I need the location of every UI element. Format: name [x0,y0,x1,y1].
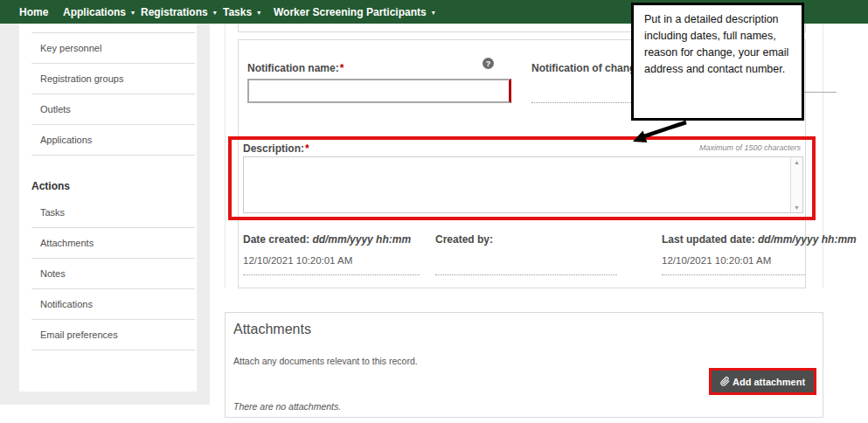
chevron-down-icon: ▾ [131,9,135,17]
sidebar-item-key-personnel[interactable]: Key personnel [31,33,195,64]
sidebar-divider [31,24,195,33]
nav-item-worker-screening[interactable]: Worker Screening [274,0,363,24]
attachments-instruction: Attach any documents relevant to this re… [233,356,418,366]
created-by-underline [435,274,617,275]
sidebar-item-notifications[interactable]: Notifications [31,289,195,320]
attachments-title: Attachments [233,322,311,337]
sidebar-item-registration-groups[interactable]: Registration groups [31,64,195,94]
chevron-down-icon: ▾ [213,9,217,17]
textarea-scrollbar[interactable]: ▲ ▼ [790,157,802,212]
nav-item-tasks[interactable]: Tasks▾ [223,0,260,24]
nav-item-home[interactable]: Home [19,0,48,24]
last-updated-value: 12/10/2021 10:20:01 AM [662,255,771,266]
sidebar-item-tasks[interactable]: Tasks [31,198,195,228]
paperclip-icon [720,377,730,386]
scroll-up-icon[interactable]: ▲ [791,159,802,165]
last-updated-underline [662,274,805,275]
scroll-down-icon[interactable]: ▼ [791,205,802,211]
nav-item-applications[interactable]: Applications▾ [63,0,135,24]
notification-of-change-label: Notification of change [531,62,642,74]
required-asterisk: * [340,62,344,74]
sidebar-item-notes[interactable]: Notes [31,259,195,289]
add-attachment-button[interactable]: Add attachment [712,371,814,392]
date-created-underline [243,274,420,275]
max-characters-note: Maximum of 1500 characters [540,143,801,152]
date-format-hint: dd/mm/yyyy hh:mm [758,233,857,246]
annotation-callout: Put in a detailed description including … [631,3,804,121]
help-icon[interactable]: ? [483,58,494,69]
date-created-value: 12/10/2021 10:20:01 AM [243,255,352,266]
notification-name-input[interactable] [247,79,511,103]
chevron-down-icon: ▾ [432,9,435,17]
sidebar: Key personnel Registration groups Outlet… [19,24,197,392]
chevron-down-icon: ▾ [257,9,260,17]
sidebar-record-links: Key personnel Registration groups Outlet… [31,33,195,156]
created-by-label: Created by: [435,233,493,246]
nav-item-registrations[interactable]: Registrations▾ [141,0,217,24]
nav-item-participants[interactable]: Participants▾ [366,0,435,24]
last-updated-label: Last updated date: dd/mm/yyyy hh:mm [662,233,857,246]
notification-name-label: Notification name:* [247,62,344,74]
date-created-label: Date created: dd/mm/yyyy hh:mm [243,233,411,246]
description-textarea[interactable] [244,157,791,212]
sidebar-actions-header: Actions [31,180,197,192]
description-field: ▲ ▼ [243,156,803,213]
sidebar-action-links: Tasks Attachments Notes Notifications Em… [31,198,195,350]
date-format-hint: dd/mm/yyyy hh:mm [312,233,411,246]
required-asterisk: * [305,142,309,155]
attachments-empty-text: There are no attachments. [233,401,341,412]
sidebar-item-email-preferences[interactable]: Email preferences [31,320,195,350]
sidebar-item-outlets[interactable]: Outlets [31,94,195,125]
sidebar-item-attachments[interactable]: Attachments [31,228,195,259]
add-attachment-highlight-box: Add attachment [709,368,816,395]
sidebar-item-applications[interactable]: Applications [31,125,195,156]
connector-line [804,92,837,93]
description-label: Description:* [243,142,309,155]
